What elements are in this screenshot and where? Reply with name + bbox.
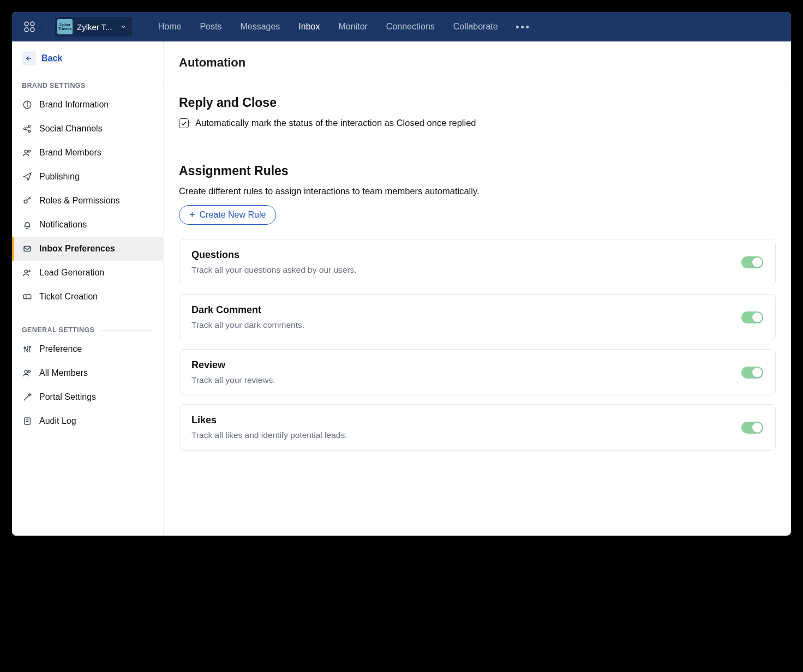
brand-switcher[interactable]: ZylkerTravels Zylker T... <box>55 17 132 37</box>
bell-icon <box>22 219 33 230</box>
nav-inbox[interactable]: Inbox <box>298 22 320 32</box>
back-button[interactable] <box>22 51 36 65</box>
main-content: Automation Reply and Close Automatically… <box>164 41 791 536</box>
info-icon <box>22 99 33 110</box>
rule-toggle-review[interactable] <box>741 367 763 379</box>
svg-point-7 <box>27 103 27 103</box>
plus-icon: + <box>189 210 195 220</box>
key-icon <box>22 195 33 206</box>
nav-monitor[interactable]: Monitor <box>339 22 368 32</box>
sidebar-item-social-channels[interactable]: Social Channels <box>12 117 163 141</box>
sidebar-item-label: Portal Settings <box>39 392 96 402</box>
rule-toggle-likes[interactable] <box>741 422 763 434</box>
assignment-rules-heading: Assignment Rules <box>179 164 776 178</box>
top-nav: Home Posts Messages Inbox Monitor Connec… <box>158 22 498 32</box>
mail-icon <box>22 243 33 254</box>
reply-close-checkbox[interactable] <box>179 118 189 128</box>
log-icon <box>22 416 33 427</box>
svg-point-15 <box>24 200 27 203</box>
rule-card-desc: Track all your reviews. <box>191 375 275 385</box>
users-icon <box>22 368 33 379</box>
sidebar-item-label: Brand Information <box>39 100 109 110</box>
chevron-down-icon <box>120 22 127 32</box>
sidebar-item-portal-settings[interactable]: Portal Settings <box>12 385 163 409</box>
sidebar-item-label: Lead Generation <box>39 268 104 278</box>
svg-point-23 <box>27 350 28 351</box>
sidebar-item-label: Inbox Preferences <box>39 244 115 254</box>
sidebar-item-label: Notifications <box>39 220 87 230</box>
sidebar-item-label: Roles & Permissions <box>39 196 120 206</box>
sidebar-item-inbox-preferences[interactable]: Inbox Preferences <box>12 237 163 261</box>
sidebar-item-all-members[interactable]: All Members <box>12 361 163 385</box>
app-logo-icon <box>22 19 37 34</box>
wand-icon <box>22 392 33 403</box>
rule-card-questions: Questions Track all your questions asked… <box>179 239 776 285</box>
sidebar: Back BRAND SETTINGS Brand Information So… <box>12 41 164 536</box>
rule-card-dark-comment: Dark Comment Track all your dark comment… <box>179 294 776 340</box>
svg-point-1 <box>31 22 34 26</box>
sidebar-item-label: Ticket Creation <box>39 292 98 302</box>
sidebar-item-label: Preference <box>39 344 82 354</box>
leads-icon <box>22 267 33 278</box>
reply-close-text: Automatically mark the status of the int… <box>195 118 476 128</box>
sidebar-item-audit-log[interactable]: Audit Log <box>12 409 163 433</box>
svg-point-14 <box>28 150 31 152</box>
topbar: ZylkerTravels Zylker T... Home Posts Mes… <box>12 12 791 41</box>
app-frame: ZylkerTravels Zylker T... Home Posts Mes… <box>12 12 791 536</box>
svg-point-3 <box>31 28 34 32</box>
ticket-icon <box>22 291 33 302</box>
rule-toggle-dark-comment[interactable] <box>741 311 763 323</box>
svg-line-12 <box>26 129 28 131</box>
sidebar-item-label: Social Channels <box>39 124 103 134</box>
sidebar-item-lead-generation[interactable]: Lead Generation <box>12 261 163 285</box>
sidebar-item-preference[interactable]: Preference <box>12 337 163 361</box>
create-new-rule-button[interactable]: + Create New Rule <box>179 205 276 225</box>
separator <box>46 21 46 33</box>
rule-card-desc: Track all likes and identify potential l… <box>191 430 347 440</box>
svg-point-24 <box>29 346 31 348</box>
svg-rect-18 <box>23 295 31 299</box>
more-menu-icon[interactable]: ●●● <box>516 23 531 31</box>
svg-line-11 <box>26 127 28 128</box>
sidebar-item-label: Publishing <box>39 172 80 182</box>
section-general-settings: GENERAL SETTINGS <box>12 319 163 337</box>
svg-rect-27 <box>25 418 31 424</box>
rule-card-review: Review Track all your reviews. <box>179 349 776 395</box>
sidebar-item-brand-members[interactable]: Brand Members <box>12 141 163 165</box>
back-link[interactable]: Back <box>41 53 62 63</box>
rule-card-desc: Track all your questions asked by our us… <box>191 265 357 275</box>
svg-point-13 <box>25 150 27 153</box>
svg-point-2 <box>25 28 28 32</box>
share-icon <box>22 123 33 134</box>
divider <box>179 148 776 148</box>
nav-collaborate[interactable]: Collaborate <box>453 22 498 32</box>
section-general-label: GENERAL SETTINGS <box>22 326 94 334</box>
brand-thumbnail-icon: ZylkerTravels <box>57 19 73 34</box>
rule-card-title: Review <box>191 359 275 371</box>
sidebar-item-roles-permissions[interactable]: Roles & Permissions <box>12 189 163 213</box>
rule-card-title: Dark Comment <box>191 304 304 316</box>
nav-messages[interactable]: Messages <box>240 22 280 32</box>
sidebar-item-notifications[interactable]: Notifications <box>12 213 163 237</box>
create-new-rule-label: Create New Rule <box>200 210 266 220</box>
nav-home[interactable]: Home <box>158 22 182 32</box>
nav-connections[interactable]: Connections <box>386 22 435 32</box>
section-brand-label: BRAND SETTINGS <box>22 82 86 89</box>
page-title: Automation <box>164 41 791 82</box>
rule-toggle-questions[interactable] <box>741 256 763 268</box>
sidebar-item-label: Brand Members <box>39 148 101 158</box>
sidebar-item-brand-information[interactable]: Brand Information <box>12 93 163 117</box>
rule-card-title: Likes <box>191 415 347 426</box>
nav-posts[interactable]: Posts <box>200 22 221 32</box>
assignment-rules-desc: Create different rules to assign interac… <box>179 186 776 196</box>
svg-point-0 <box>25 22 28 26</box>
svg-point-22 <box>24 347 26 349</box>
rule-card-likes: Likes Track all likes and identify poten… <box>179 404 776 451</box>
svg-point-17 <box>25 270 27 273</box>
sidebar-item-publishing[interactable]: Publishing <box>12 165 163 189</box>
send-icon <box>22 171 33 182</box>
rule-card-desc: Track all your dark comments. <box>191 320 304 330</box>
users-icon <box>22 147 33 158</box>
sidebar-item-ticket-creation[interactable]: Ticket Creation <box>12 285 163 309</box>
rule-card-title: Questions <box>191 249 357 261</box>
